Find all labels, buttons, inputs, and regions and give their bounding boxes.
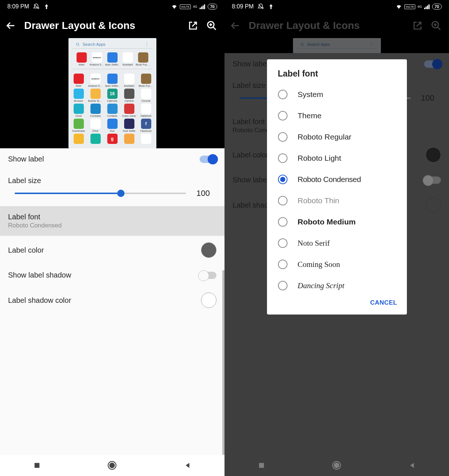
- svg-rect-6: [34, 463, 39, 468]
- app-label: Compass: [90, 115, 101, 117]
- drawer-preview: Search Apps ⋮ AirtelamazonAmazon Sh..Ape…: [68, 38, 156, 148]
- svg-rect-10: [426, 7, 427, 9]
- app-label: Assistant: [124, 85, 134, 87]
- app-icon: [90, 119, 101, 129]
- app-label: Contacts: [107, 115, 118, 117]
- label-size-row: Label size: [0, 170, 224, 186]
- font-option-roboto-light[interactable]: Roboto Light: [267, 148, 407, 169]
- app-icon: [77, 52, 87, 63]
- label-size-slider-row: 100: [0, 186, 224, 206]
- font-option-system[interactable]: System: [267, 84, 407, 105]
- font-option-roboto-regular[interactable]: Roboto Regular: [267, 126, 407, 148]
- dialog-title: Label font: [267, 69, 407, 84]
- app-icon: [90, 134, 101, 144]
- app-icon: [124, 89, 134, 99]
- font-option-roboto-thin[interactable]: Roboto Thin: [267, 190, 407, 211]
- font-option-roboto-condensed[interactable]: Roboto Condensed: [267, 169, 407, 190]
- label-font-dialog: Label font SystemThemeRoboto RegularRobo…: [267, 59, 407, 315]
- app-icon: 16: [107, 89, 118, 99]
- font-option-label: Noto Serif: [298, 239, 330, 248]
- radio-icon: [278, 153, 287, 163]
- home-icon[interactable]: [107, 461, 117, 470]
- settings-panel: Show label Label size 100 Label font Rob…: [0, 148, 224, 476]
- font-option-noto-serif[interactable]: Noto Serif: [267, 233, 407, 254]
- app-grid-all: AirtelamazonAmazon Sh..Apex Settin..Assi…: [68, 72, 156, 146]
- appbar: Drawer Layout & Icons: [0, 13, 224, 38]
- back-icon[interactable]: [6, 21, 16, 31]
- app-cell: [88, 134, 104, 145]
- shadow-color-row[interactable]: Label shadow color: [0, 286, 224, 315]
- back-nav-icon[interactable]: [184, 462, 191, 469]
- font-option-coming-soon[interactable]: Coming Soon: [267, 254, 407, 275]
- svg-rect-1: [201, 7, 202, 9]
- font-option-label: Roboto Condensed: [298, 175, 361, 184]
- app-cell: Assistant: [121, 74, 137, 87]
- show-label-row[interactable]: Show label: [0, 148, 224, 170]
- font-option-dancing-script[interactable]: Dancing Script: [267, 275, 407, 296]
- page-title: Drawer Layout & Icons: [24, 20, 180, 31]
- label-font-row[interactable]: Label font Roboto Condensed: [0, 206, 224, 236]
- zoom-icon[interactable]: [206, 20, 217, 31]
- app-label: Amazon Sh..: [90, 63, 104, 66]
- app-icon: [90, 89, 101, 99]
- app-icon: [124, 74, 134, 84]
- label-color-swatch[interactable]: [201, 242, 216, 258]
- label-color-row[interactable]: Label color: [0, 236, 224, 264]
- app-cell: Assistant: [120, 52, 135, 66]
- app-cell: Clock: [71, 104, 87, 117]
- app-label: Camera: [125, 100, 134, 102]
- radio-icon: [278, 238, 287, 248]
- app-icon: [74, 74, 84, 84]
- label-size-title: Label size: [8, 176, 41, 185]
- app-cell: [71, 134, 87, 145]
- recents-icon[interactable]: [33, 462, 41, 469]
- app-label: Airtel: [76, 85, 82, 87]
- svg-point-5: [76, 43, 78, 45]
- app-icon: amazon: [92, 52, 102, 63]
- more-icon: ⋮: [145, 42, 149, 47]
- volte-badge: VoLTE: [404, 4, 415, 9]
- shadow-color-title: Label shadow color: [8, 296, 71, 305]
- wifi-icon: [396, 3, 402, 10]
- radio-icon: [278, 281, 287, 290]
- font-option-label: System: [298, 90, 323, 99]
- app-icon: [107, 74, 118, 84]
- label-color-title: Label color: [8, 246, 44, 254]
- radio-icon: [278, 90, 287, 99]
- app-cell: amazonAmazon Sh..: [88, 74, 104, 87]
- cancel-button[interactable]: CANCEL: [370, 299, 397, 306]
- label-size-value: 100: [196, 189, 210, 198]
- app-icon: [74, 134, 84, 144]
- app-icon: [124, 119, 134, 129]
- app-cell: Block Puzzl..: [136, 52, 151, 66]
- shadow-color-swatch[interactable]: [201, 293, 216, 308]
- svg-rect-3: [204, 4, 205, 9]
- app-icon: f: [141, 119, 151, 129]
- svg-rect-9: [424, 8, 425, 9]
- share-icon[interactable]: [188, 21, 198, 31]
- app-cell: Crazy Juicer: [121, 104, 137, 117]
- app-grid-recent: AirtelamazonAmazon Sh..Apex Settin..Assi…: [72, 51, 153, 69]
- app-cell: amazonAmazon Sh..: [90, 52, 104, 66]
- app-icon: [123, 52, 133, 63]
- label-size-slider[interactable]: [15, 193, 186, 194]
- show-shadow-row[interactable]: Show label shadow: [0, 264, 224, 286]
- font-option-theme[interactable]: Theme: [267, 105, 407, 126]
- radio-icon: [278, 196, 287, 205]
- app-label: Drive: [92, 130, 98, 132]
- app-icon: amazon: [90, 74, 101, 84]
- app-icon: [141, 134, 151, 144]
- app-label: Bubble Story: [88, 100, 103, 102]
- font-option-label: Theme: [298, 111, 322, 120]
- show-label-toggle[interactable]: [200, 156, 216, 163]
- app-label: Dailyhunt: [141, 115, 151, 117]
- show-label-title: Show label: [8, 155, 44, 163]
- wifi-icon: [171, 3, 178, 10]
- show-shadow-title: Show label shadow: [8, 271, 71, 279]
- svg-rect-0: [200, 8, 201, 9]
- app-cell: fFacebook: [138, 119, 154, 132]
- upload-icon: [43, 3, 50, 10]
- show-shadow-toggle[interactable]: [200, 272, 216, 279]
- font-option-roboto-medium[interactable]: Roboto Medium: [267, 211, 407, 233]
- app-label: Downloads: [72, 130, 85, 132]
